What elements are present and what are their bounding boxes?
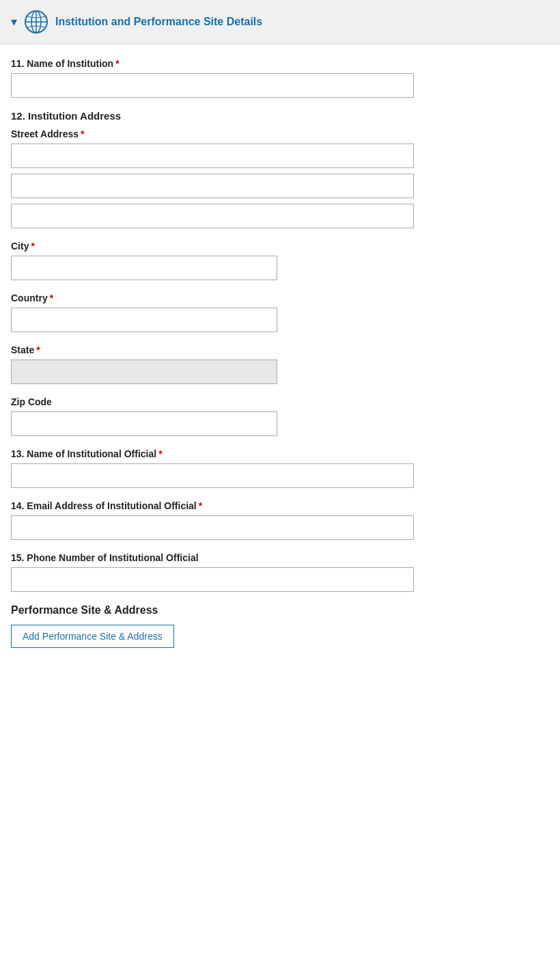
phone-institutional-group: 15. Phone Number of Institutional Offici…: [11, 552, 549, 592]
phone-institutional-label: 15. Phone Number of Institutional Offici…: [11, 552, 549, 563]
city-required-marker: *: [31, 241, 34, 252]
city-input[interactable]: [11, 256, 277, 280]
state-group: State*: [11, 344, 549, 384]
required-marker: *: [115, 58, 119, 69]
section-title: Institution and Performance Site Details: [55, 16, 262, 28]
performance-site-group: Performance Site & Address Add Performan…: [11, 604, 549, 648]
street-address-line3-input[interactable]: [11, 204, 414, 228]
street-address-line2-input[interactable]: [11, 174, 414, 198]
state-label: State*: [11, 344, 549, 355]
email-institutional-group: 14. Email Address of Institutional Offic…: [11, 500, 549, 540]
state-required-marker: *: [36, 344, 40, 355]
street-required-marker: *: [81, 128, 84, 139]
street-address-label: Street Address*: [11, 128, 549, 139]
city-group: City*: [11, 241, 549, 280]
street-address-line1-input[interactable]: [11, 144, 414, 168]
chevron-down-icon[interactable]: ▾: [11, 14, 17, 29]
zip-code-input[interactable]: [11, 411, 277, 436]
form-body: 11. Name of Institution* 12. Institution…: [0, 44, 560, 674]
name-of-institution-group: 11. Name of Institution*: [11, 58, 549, 98]
section-header: ▾ Institution and Performance Site Detai…: [0, 0, 560, 44]
institutional-official-group: 13. Name of Institutional Official*: [11, 448, 549, 488]
institutional-official-input[interactable]: [11, 463, 414, 488]
institutional-official-required: *: [158, 448, 162, 459]
phone-institutional-input[interactable]: [11, 567, 414, 592]
country-required-marker: *: [50, 293, 53, 303]
country-group: Country*: [11, 293, 549, 332]
country-label: Country*: [11, 293, 549, 303]
state-input[interactable]: [11, 360, 277, 384]
globe-icon: [24, 10, 48, 34]
name-of-institution-input[interactable]: [11, 73, 414, 98]
institution-address-heading: 12. Institution Address: [11, 110, 549, 122]
email-institutional-label: 14. Email Address of Institutional Offic…: [11, 500, 549, 511]
zip-code-group: Zip Code: [11, 396, 549, 436]
city-label: City*: [11, 241, 549, 252]
add-performance-site-button[interactable]: Add Performance Site & Address: [11, 625, 174, 648]
email-institutional-input[interactable]: [11, 515, 414, 540]
country-input[interactable]: [11, 308, 277, 332]
zip-code-label: Zip Code: [11, 396, 549, 407]
name-of-institution-label: 11. Name of Institution*: [11, 58, 549, 69]
street-address-block: [11, 144, 549, 228]
performance-site-heading: Performance Site & Address: [11, 604, 549, 616]
institution-address-group: 12. Institution Address Street Address*: [11, 110, 549, 228]
email-required-marker: *: [199, 500, 202, 511]
institutional-official-label: 13. Name of Institutional Official*: [11, 448, 549, 459]
